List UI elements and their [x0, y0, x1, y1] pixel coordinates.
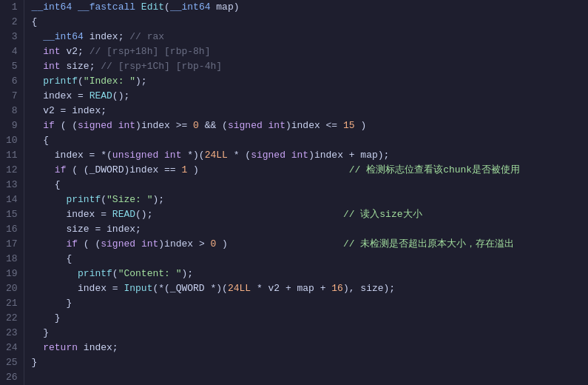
token-kw: int — [141, 238, 158, 250]
token-plain: (); — [135, 209, 152, 220]
token-plain: (); — [112, 90, 129, 101]
token-plain: ( ( — [78, 238, 101, 250]
code-line: } — [32, 355, 588, 370]
token-comment: // [rsp+1Ch] [rbp-4h] — [101, 61, 222, 72]
token-comment-cn: // 未检测是否超出原本大小，存在溢出 — [343, 238, 514, 250]
token-plain: index = — [32, 283, 124, 294]
token-kw: int — [268, 120, 285, 131]
code-line: size = index; — [32, 222, 588, 237]
token-num: 15 — [343, 120, 355, 131]
token-kw: if — [43, 120, 55, 131]
token-plain: * v2 + map + — [251, 283, 331, 294]
token-plain: *)( — [181, 150, 204, 161]
token-num: 24LL — [228, 283, 251, 294]
token-plain: ( — [112, 268, 118, 279]
token-plain: ( — [101, 194, 107, 205]
token-plain — [32, 268, 78, 279]
token-plain: ( — [78, 76, 84, 87]
line-number: 5 — [6, 59, 18, 74]
token-plain: } — [32, 357, 38, 368]
token-plain: ), size); — [343, 283, 395, 294]
token-plain: index = *( — [32, 150, 112, 161]
token-plain: } — [32, 312, 61, 324]
token-kw: int — [43, 61, 60, 72]
token-plain — [32, 238, 67, 250]
token-plain: { — [32, 253, 72, 264]
token-plain — [199, 164, 349, 175]
code-line: __int64 index; // rax — [32, 30, 588, 44]
token-comment-cn: // 读入size大小 — [343, 209, 422, 220]
line-number: 9 — [6, 118, 18, 133]
code-line: } — [32, 296, 588, 311]
token-plain: size = index; — [32, 224, 141, 235]
token-kw: int — [43, 46, 60, 57]
token-num: 24LL — [205, 150, 228, 161]
code-content[interactable]: __int64 __fastcall Edit(__int64 map){ __… — [24, 0, 588, 385]
token-fn: Input — [124, 283, 152, 294]
token-plain — [32, 164, 55, 175]
token-fn: READ — [89, 90, 112, 101]
line-numbers: 1234567891011121314151617181920212223242… — [0, 0, 24, 385]
token-plain: ) — [355, 120, 367, 131]
code-line: if ( (signed int)index >= 0 && (signed i… — [32, 118, 588, 133]
token-plain: } — [32, 327, 49, 338]
code-line: return index; — [32, 341, 588, 355]
code-line: index = READ(); — [32, 89, 588, 104]
token-plain: ) — [216, 238, 228, 250]
token-str: "Size: " — [107, 194, 152, 205]
line-number: 2 — [6, 15, 18, 30]
token-str: "Content: " — [118, 268, 182, 279]
token-plain: ); — [135, 76, 147, 87]
token-plain: ); — [181, 268, 193, 279]
token-plain: { — [32, 135, 49, 146]
token-plain: )index + map); — [308, 150, 389, 161]
line-number: 22 — [6, 311, 18, 326]
code-line: { — [32, 15, 588, 30]
code-line: v2 = index; — [32, 104, 588, 118]
line-number: 16 — [6, 222, 18, 237]
token-plain: size; — [61, 61, 101, 72]
token-kw: int — [291, 150, 308, 161]
code-line: } — [32, 311, 588, 326]
token-kw-blue: __int64 — [43, 31, 84, 42]
code-line: { — [32, 252, 588, 267]
token-plain — [72, 1, 78, 13]
token-plain: ( — [164, 1, 170, 13]
token-plain: v2 = index; — [32, 105, 107, 116]
token-plain: index; — [78, 342, 118, 353]
token-plain — [158, 150, 164, 161]
token-plain: ); — [152, 194, 164, 205]
token-plain: )index <= — [285, 120, 343, 131]
token-comment: // [rsp+18h] [rbp-8h] — [89, 46, 211, 57]
line-number: 17 — [6, 237, 18, 252]
token-comment: // rax — [129, 31, 164, 42]
token-plain — [135, 1, 141, 13]
token-plain: ( ( — [55, 120, 78, 131]
line-number: 25 — [6, 355, 18, 370]
line-number: 20 — [6, 281, 18, 296]
code-line: { — [32, 178, 588, 192]
code-line: __int64 __fastcall Edit(__int64 map) — [32, 0, 588, 15]
token-num: 0 — [193, 120, 199, 131]
token-plain — [285, 150, 291, 161]
line-number: 1 — [6, 0, 18, 15]
code-editor: 1234567891011121314151617181920212223242… — [0, 0, 588, 385]
line-number: 15 — [6, 207, 18, 222]
token-plain: index; — [84, 31, 129, 42]
token-plain — [32, 194, 67, 205]
token-fn: printf — [66, 194, 101, 205]
token-plain: } — [32, 298, 72, 309]
token-kw: signed — [101, 238, 135, 250]
code-line: index = Input(*(_QWORD *)(24LL * v2 + ma… — [32, 281, 588, 296]
code-line: } — [32, 326, 588, 341]
token-kw: return — [43, 342, 78, 353]
code-line: if ( (_DWORD)index == 1 ) // 检测标志位查看该chu… — [32, 163, 588, 178]
token-fn: printf — [43, 76, 78, 87]
line-number: 23 — [6, 326, 18, 341]
token-plain: && ( — [199, 120, 228, 131]
token-plain: index = — [32, 90, 89, 101]
token-plain — [32, 76, 44, 87]
line-number: 6 — [6, 74, 18, 89]
line-number: 18 — [6, 252, 18, 267]
token-plain — [112, 120, 118, 131]
